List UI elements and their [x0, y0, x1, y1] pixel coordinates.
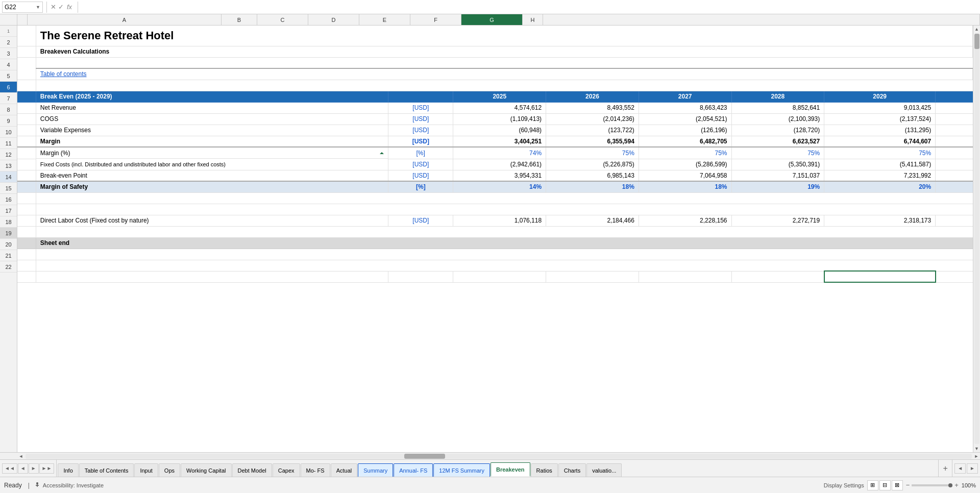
margin-pct-2027: 75% — [639, 147, 731, 159]
mos-2027: 18% — [639, 181, 731, 192]
table-row: Variable Expenses [USD] (60,948) (123,72… — [17, 125, 973, 136]
accessibility-status[interactable]: Accessibility: Investigate — [34, 482, 104, 489]
formula-bar-icons: ✕ ✓ fx — [51, 3, 72, 11]
margin-pct-2026: 75% — [546, 147, 639, 159]
tab-charts[interactable]: Charts — [558, 463, 586, 477]
add-sheet-button[interactable]: + — [938, 460, 952, 477]
toc-link[interactable]: Table of contents — [40, 70, 87, 78]
table-row: Net Revenue [USD] 4,574,612 8,493,552 8,… — [17, 102, 973, 113]
header-2029: 2029 — [824, 91, 936, 102]
confirm-icon[interactable]: ✓ — [58, 3, 64, 11]
zoom-out-btn[interactable]: − — [906, 481, 910, 489]
varexp-2027: (126,196) — [639, 125, 731, 136]
cogs-2029: (2,137,524) — [824, 113, 936, 125]
breakeven-2027: 7,064,958 — [639, 170, 731, 181]
col-expand-header — [17, 14, 28, 25]
normal-view-btn[interactable]: ⊞ — [867, 480, 878, 490]
tab-table-of-contents[interactable]: Table of Contents — [79, 463, 134, 477]
tab-actual[interactable]: Actual — [331, 463, 358, 477]
row-num-5: 5 — [0, 70, 17, 82]
tab-scroll-left-btn[interactable]: ◄ — [954, 463, 966, 474]
cogs-2026: (2,014,236) — [546, 113, 639, 125]
row-num-13: 13 — [0, 160, 17, 171]
net-revenue-label: Net Revenue — [36, 102, 388, 113]
col-d-header[interactable]: D — [308, 14, 359, 25]
row-num-19: 19 — [0, 228, 17, 239]
sheet-first-tab[interactable]: ◄◄ — [2, 463, 17, 474]
scroll-left-arrow[interactable]: ◄ — [17, 453, 24, 460]
row-3-divider — [17, 57, 973, 68]
table-row: COGS [USD] (1,109,413) (2,014,236) (2,05… — [17, 113, 973, 125]
margin-label: Margin — [36, 136, 388, 147]
col-a-header[interactable]: A — [28, 14, 222, 25]
table-row — [17, 204, 973, 215]
col-g-header[interactable]: G — [461, 14, 523, 25]
dlc-2029: 2,318,173 — [824, 215, 936, 226]
tab-working-capital[interactable]: Working Capital — [181, 463, 231, 477]
col-c-header[interactable]: C — [257, 14, 308, 25]
cell-ref-box[interactable]: G22 ▼ — [2, 2, 43, 13]
cell-ref-text: G22 — [5, 4, 16, 11]
col-f-header[interactable]: F — [410, 14, 461, 25]
col-e-header[interactable]: E — [359, 14, 410, 25]
function-icon[interactable]: fx — [67, 3, 72, 11]
mos-2026: 18% — [546, 181, 639, 192]
sheet-tabs-bar: ◄◄ ◄ ► ►► Info Table of Contents Input O… — [0, 459, 980, 477]
tab-debt-model[interactable]: Debt Model — [232, 463, 272, 477]
net-revenue-2025: 4,574,612 — [453, 102, 546, 113]
tab-summary[interactable]: Summary — [358, 463, 393, 477]
col-h-header[interactable]: H — [523, 14, 543, 25]
col-b-header[interactable]: B — [222, 14, 257, 25]
zoom-in-btn[interactable]: + — [954, 481, 959, 489]
tab-12m-fs-summary[interactable]: 12M FS Summary — [433, 463, 490, 477]
vertical-scrollbar[interactable]: ▲ ▼ — [973, 26, 980, 452]
scroll-right-arrow[interactable]: ► — [973, 453, 980, 460]
tab-annual-fs[interactable]: Annual- FS — [394, 463, 433, 477]
tab-valuatio[interactable]: valuatio... — [586, 463, 622, 477]
page-break-btn[interactable]: ⊠ — [892, 480, 903, 490]
margin-pct-2029: 75% — [824, 147, 936, 159]
breakeven-label: Break-even Point — [36, 170, 388, 181]
page-layout-btn[interactable]: ⊟ — [879, 480, 891, 490]
breakeven-2029: 7,231,992 — [824, 170, 936, 181]
cogs-2025: (1,109,413) — [453, 113, 546, 125]
varexp-2026: (123,722) — [546, 125, 639, 136]
tab-ops[interactable]: Ops — [159, 463, 180, 477]
breakeven-2025: 3,954,331 — [453, 170, 546, 181]
scroll-thumb-v — [974, 34, 979, 49]
header-2027: 2027 — [639, 91, 731, 102]
breakeven-2028: 7,151,037 — [731, 170, 824, 181]
cancel-icon[interactable]: ✕ — [51, 3, 56, 11]
tab-input[interactable]: Input — [134, 463, 158, 477]
status-left: Ready | Accessibility: Investigate — [4, 482, 104, 489]
tab-scroll-right-btn[interactable]: ► — [967, 463, 978, 474]
dlc-unit: [USD] — [388, 215, 453, 226]
tab-mo-fs[interactable]: Mo- FS — [301, 463, 330, 477]
sheet-nav-arrows: ◄◄ ◄ ► ►► — [0, 460, 57, 477]
formula-input[interactable] — [82, 2, 978, 13]
display-settings[interactable]: Display Settings — [824, 482, 864, 488]
sheet-prev-tab[interactable]: ◄ — [18, 463, 28, 474]
row-num-2: 2 — [0, 37, 17, 48]
horizontal-scrollbar[interactable]: ◄ ► — [0, 452, 980, 459]
mos-2028: 19% — [731, 181, 824, 192]
table-row — [17, 192, 973, 204]
zoom-slider[interactable] — [912, 484, 952, 486]
row-num-header — [0, 14, 17, 25]
selected-cell-g22[interactable] — [824, 271, 936, 282]
margin-2027: 6,482,705 — [639, 136, 731, 147]
tab-info[interactable]: Info — [58, 463, 78, 477]
tab-breakeven[interactable]: Breakeven — [491, 462, 530, 477]
tab-capex[interactable]: Capex — [273, 463, 300, 477]
sheet-last-tab[interactable]: ►► — [39, 463, 55, 474]
sheet-next-tab[interactable]: ► — [29, 463, 39, 474]
net-revenue-unit: [USD] — [388, 102, 453, 113]
toc-link-cell[interactable]: Table of contents — [36, 68, 972, 80]
scroll-up-arrow[interactable]: ▲ — [973, 26, 981, 33]
margin-pct-label: Margin (%) — [36, 147, 388, 159]
fixedcosts-2025: (2,942,661) — [453, 159, 546, 170]
tab-ratios[interactable]: Ratios — [531, 463, 558, 477]
scroll-thumb-h — [404, 454, 445, 459]
scroll-down-arrow[interactable]: ▼ — [973, 445, 981, 452]
fixedcosts-2029: (5,411,587) — [824, 159, 936, 170]
